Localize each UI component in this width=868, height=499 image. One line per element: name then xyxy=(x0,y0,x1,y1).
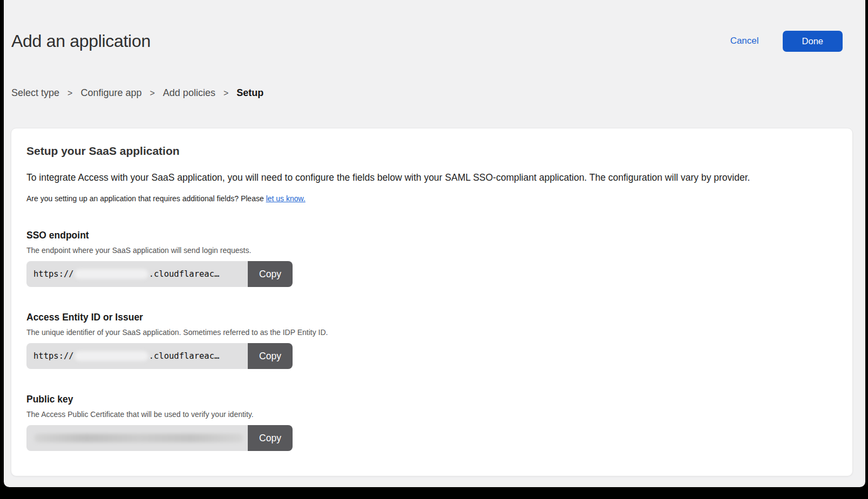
setup-card: Setup your SaaS application To integrate… xyxy=(11,128,853,476)
header-actions: Cancel Done xyxy=(730,31,843,52)
breadcrumb-step-select-type[interactable]: Select type xyxy=(11,87,59,99)
field-label: Access Entity ID or Issuer xyxy=(26,312,837,323)
public-key-section: Public key The Access Public Certificate… xyxy=(26,394,837,451)
copy-button[interactable]: Copy xyxy=(248,425,293,451)
redacted-value xyxy=(74,269,148,279)
done-button[interactable]: Done xyxy=(783,31,843,52)
let-us-know-link[interactable]: let us know. xyxy=(266,194,306,203)
sso-endpoint-section: SSO endpoint The endpoint where your Saa… xyxy=(26,230,837,287)
field-row: Copy xyxy=(26,425,293,451)
page-header: Add an application Cancel Done xyxy=(4,0,865,52)
card-heading: Setup your SaaS application xyxy=(26,145,837,158)
field-value: https://.cloudflareac… xyxy=(26,343,248,369)
page: Add an application Cancel Done Select ty… xyxy=(4,0,865,487)
breadcrumb-separator: > xyxy=(223,88,228,98)
field-value xyxy=(26,425,248,451)
redacted-value xyxy=(34,434,243,442)
value-suffix: .cloudflareac… xyxy=(149,351,220,361)
field-label: Public key xyxy=(26,394,837,405)
additional-fields-note: Are you setting up an application that r… xyxy=(26,194,837,203)
entity-id-section: Access Entity ID or Issuer The unique id… xyxy=(26,312,837,369)
breadcrumb-separator: > xyxy=(150,88,155,98)
page-title: Add an application xyxy=(11,30,151,52)
field-row: https://.cloudflareac… Copy xyxy=(26,261,293,287)
field-description: The unique identifier of your SaaS appli… xyxy=(26,328,837,337)
breadcrumb-step-setup[interactable]: Setup xyxy=(236,87,263,99)
cancel-button[interactable]: Cancel xyxy=(730,36,759,46)
card-intro: To integrate Access with your SaaS appli… xyxy=(26,172,837,183)
breadcrumb-step-add-policies[interactable]: Add policies xyxy=(163,87,215,99)
copy-button[interactable]: Copy xyxy=(248,261,293,287)
note-text: Are you setting up an application that r… xyxy=(26,194,264,203)
field-description: The endpoint where your SaaS application… xyxy=(26,246,837,255)
value-prefix: https:// xyxy=(33,269,74,279)
screenshot-frame: { "header": { "title": "Add an applicati… xyxy=(0,0,868,499)
field-row: https://.cloudflareac… Copy xyxy=(26,343,293,369)
redacted-value xyxy=(74,351,148,361)
value-suffix: .cloudflareac… xyxy=(149,269,220,279)
value-prefix: https:// xyxy=(33,351,74,361)
field-description: The Access Public Certificate that will … xyxy=(26,410,837,419)
breadcrumb-separator: > xyxy=(67,88,72,98)
breadcrumb-step-configure-app[interactable]: Configure app xyxy=(80,87,141,99)
copy-button[interactable]: Copy xyxy=(248,343,293,369)
breadcrumb: Select type > Configure app > Add polici… xyxy=(4,87,865,99)
field-value: https://.cloudflareac… xyxy=(26,261,248,287)
field-label: SSO endpoint xyxy=(26,230,837,241)
